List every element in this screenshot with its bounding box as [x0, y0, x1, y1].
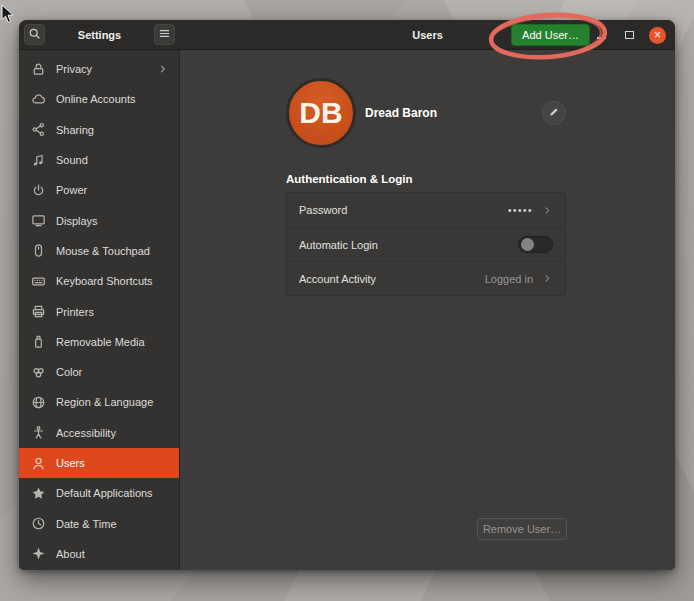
sparkle-icon	[31, 546, 46, 561]
sidebar-item-label: Mouse & Touchpad	[56, 245, 150, 257]
titlebar: Settings Users Add User…	[19, 20, 675, 50]
sidebar-item-label: Default Applications	[56, 487, 153, 499]
chevron-right-icon	[542, 205, 553, 216]
usb-drive-icon	[31, 334, 46, 349]
settings-window: Settings Users Add User…	[19, 20, 675, 570]
sidebar-item-label: Color	[56, 366, 82, 378]
sidebar-item-keyboard-shortcuts[interactable]: Keyboard Shortcuts	[19, 266, 179, 296]
user-full-name: Dread Baron	[365, 106, 437, 120]
sidebar-item-label: Power	[56, 184, 87, 196]
page-title: Users	[412, 29, 443, 41]
display-icon	[31, 213, 46, 228]
chevron-right-icon	[542, 273, 553, 284]
sidebar-item-online-accounts[interactable]: Online Accounts	[19, 84, 179, 114]
globe-icon	[31, 395, 46, 410]
window-controls: ×	[593, 20, 666, 50]
sidebar-item-accessibility[interactable]: Accessibility	[19, 418, 179, 448]
maximize-button[interactable]	[621, 27, 637, 43]
maximize-icon	[625, 31, 634, 39]
automatic-login-row[interactable]: Automatic Login	[287, 227, 565, 261]
row-label: Account Activity	[299, 273, 376, 285]
window-body: PrivacyOnline AccountsSharingSoundPowerD…	[19, 50, 675, 570]
remove-user-button[interactable]: Remove User…	[477, 518, 567, 540]
row-value-area: •••••	[508, 205, 553, 216]
lock-icon	[31, 62, 46, 77]
color-circles-icon	[31, 365, 46, 380]
toggle-knob	[521, 238, 534, 251]
sidebar-item-label: Sharing	[56, 124, 94, 136]
sidebar-item-label: Displays	[56, 215, 98, 227]
sidebar-item-label: Removable Media	[56, 336, 145, 348]
users-panel: DB Dread Baron Authentication & Login Pa…	[180, 50, 675, 570]
sidebar-item-printers[interactable]: Printers	[19, 296, 179, 326]
printer-icon	[31, 304, 46, 319]
sidebar-item-removable-media[interactable]: Removable Media	[19, 327, 179, 357]
mouse-cursor	[1, 4, 16, 25]
sidebar-item-label: Accessibility	[56, 427, 116, 439]
search-button[interactable]	[24, 24, 45, 45]
sidebar-item-label: Printers	[56, 306, 94, 318]
authentication-listbox: Password•••••Automatic LoginAccount Acti…	[286, 192, 566, 296]
sidebar-item-privacy[interactable]: Privacy	[19, 54, 179, 84]
sidebar-item-label: About	[56, 548, 85, 560]
minimize-button[interactable]	[593, 27, 609, 43]
password-row[interactable]: Password•••••	[287, 193, 565, 227]
primary-menu-button[interactable]	[154, 24, 175, 45]
sidebar-item-label: Sound	[56, 154, 88, 166]
sidebar-item-about[interactable]: About	[19, 539, 179, 569]
music-note-icon	[31, 153, 46, 168]
close-button[interactable]: ×	[649, 27, 666, 44]
sidebar-item-label: Keyboard Shortcuts	[56, 275, 153, 287]
titlebar-main-section: Users Add User… ×	[180, 20, 675, 49]
cloud-icon	[31, 92, 46, 107]
star-icon	[31, 486, 46, 501]
row-value-area: Logged in	[485, 273, 553, 285]
sidebar-item-label: Region & Language	[56, 396, 153, 408]
power-icon	[31, 183, 46, 198]
user-icon	[31, 456, 46, 471]
sidebar-item-region-and-language[interactable]: Region & Language	[19, 387, 179, 417]
row-label: Password	[299, 204, 347, 216]
edit-user-button[interactable]	[542, 101, 566, 125]
desktop-background: Settings Users Add User…	[0, 0, 694, 601]
titlebar-sidebar-section: Settings	[19, 20, 180, 49]
sidebar-item-users[interactable]: Users	[19, 448, 179, 478]
sidebar-item-date-and-time[interactable]: Date & Time	[19, 508, 179, 538]
sidebar-item-sharing[interactable]: Sharing	[19, 115, 179, 145]
share-icon	[31, 122, 46, 137]
keyboard-icon	[31, 274, 46, 289]
sidebar-item-default-applications[interactable]: Default Applications	[19, 478, 179, 508]
sidebar: PrivacyOnline AccountsSharingSoundPowerD…	[19, 50, 180, 570]
minimize-icon	[597, 37, 606, 39]
row-value-area	[518, 236, 553, 253]
add-user-button[interactable]: Add User…	[511, 24, 590, 46]
sidebar-item-displays[interactable]: Displays	[19, 205, 179, 235]
sidebar-item-color[interactable]: Color	[19, 357, 179, 387]
automatic-login-toggle[interactable]	[518, 236, 553, 253]
mouse-icon	[31, 243, 46, 258]
chevron-right-icon	[157, 63, 169, 75]
account-activity-row[interactable]: Account ActivityLogged in	[287, 261, 565, 295]
app-title: Settings	[78, 29, 121, 41]
sidebar-item-label: Privacy	[56, 63, 92, 75]
hamburger-menu-icon	[158, 26, 171, 44]
sidebar-item-sound[interactable]: Sound	[19, 145, 179, 175]
row-value: Logged in	[485, 273, 533, 285]
pencil-icon	[548, 104, 560, 122]
row-label: Automatic Login	[299, 239, 378, 251]
section-title-authentication: Authentication & Login	[286, 173, 412, 185]
sidebar-item-label: Users	[56, 457, 85, 469]
password-dots: •••••	[508, 205, 533, 216]
user-avatar[interactable]: DB	[286, 78, 356, 148]
clock-icon	[31, 516, 46, 531]
sidebar-item-label: Online Accounts	[56, 93, 136, 105]
accessibility-icon	[31, 425, 46, 440]
sidebar-item-label: Date & Time	[56, 518, 117, 530]
sidebar-item-mouse-and-touchpad[interactable]: Mouse & Touchpad	[19, 236, 179, 266]
sidebar-item-power[interactable]: Power	[19, 175, 179, 205]
search-icon	[28, 26, 41, 44]
